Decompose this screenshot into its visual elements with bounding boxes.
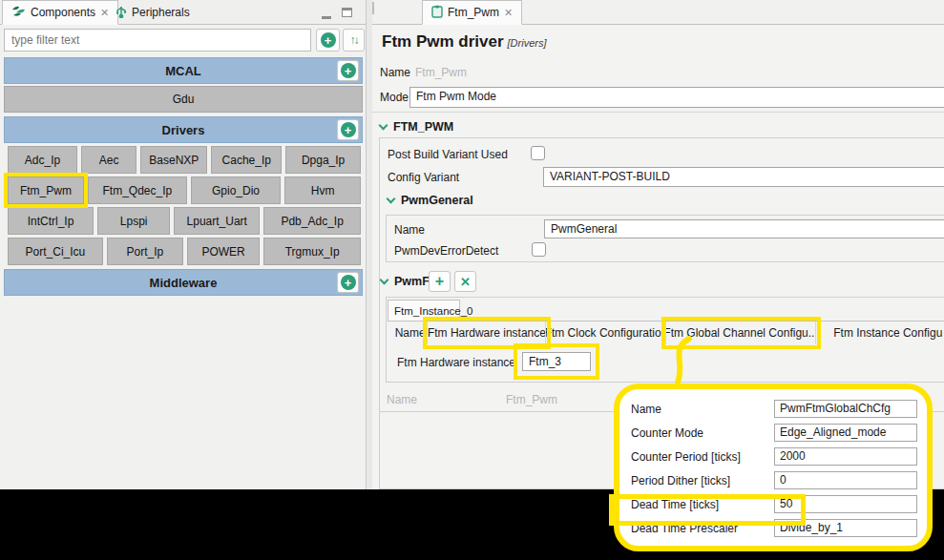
component-button-gdu[interactable]: Gdu [4, 86, 363, 113]
component-button[interactable]: Gpio_Dio [191, 176, 281, 204]
popup-dead-time-prescaler-field[interactable]: Divide_by_1 [774, 519, 917, 537]
tab-ftm-pwm-label: Ftm_Pwm [448, 6, 499, 19]
tab-components[interactable]: Components ✕ [2, 0, 118, 25]
popup-row: Dead Time [ticks] 50 [631, 492, 917, 516]
tab-ftm-instance-0[interactable]: Ftm_Instance_0 [388, 300, 460, 321]
left-tabbar: Components ✕ Peripherals [0, 0, 366, 25]
driver-row-4: Port_Ci_Icu Port_Ip POWER Trgmux_Ip [8, 238, 361, 265]
post-build-label: Post Build Variant Used [388, 148, 508, 161]
popup-counter-mode-label: Counter Mode [631, 426, 774, 440]
component-button[interactable]: Trgmux_Ip [263, 238, 361, 265]
popup-name-label: Name [631, 403, 774, 416]
x-icon: ✕ [460, 275, 471, 289]
section-ftm-pwm[interactable]: FTM_PWM [380, 120, 453, 134]
col-ftm-hardware-instance[interactable]: Ftm Hardware instance [428, 321, 546, 344]
filter-row: + ↑↓ [0, 27, 367, 53]
hw-instance-field[interactable]: Ftm_3 [522, 352, 591, 371]
popup-counter-mode-field[interactable]: Edge_Aligned_mode [774, 424, 917, 442]
dev-error-label: PwmDevErrorDetect [394, 244, 498, 258]
driver-row-3: IntCtrl_Ip Lpspi Lpuart_Uart Pdb_Adc_Ip [8, 207, 361, 235]
grayed-name-value: Ftm_Pwm [506, 393, 557, 406]
col-ftm-global-channel-configuration[interactable]: Ftm Global Channel Configu... [666, 321, 815, 344]
chevron-down-icon [387, 195, 396, 204]
maximize-icon[interactable] [342, 7, 352, 20]
add-mcal-button[interactable]: + [337, 60, 359, 81]
add-driver-button[interactable]: + [337, 119, 359, 140]
popup-counter-period-field[interactable]: 2000 [774, 447, 917, 466]
col-name[interactable]: Name [393, 321, 428, 344]
popup-row: Period Dither [ticks] 0 [631, 468, 917, 492]
component-button[interactable]: Port_Ci_Icu [8, 238, 103, 265]
add-middleware-button[interactable]: + [337, 272, 359, 293]
divider [372, 112, 944, 113]
plus-circle-icon: + [341, 63, 356, 78]
components-panel: Components ✕ Peripherals + ↑↓ MCAL + Gdu [0, 0, 367, 489]
section-mcal-label: MCAL [165, 64, 201, 78]
popup-row: Dead Time Prescaler Divide_by_1 [631, 516, 917, 540]
post-build-checkbox[interactable] [531, 146, 545, 160]
component-button[interactable]: Port_Ip [107, 238, 183, 265]
popup-period-dither-field[interactable]: 0 [774, 471, 917, 489]
popup-name-field[interactable]: PwmFtmGlobalChCfg [774, 400, 917, 418]
chevron-down-icon [380, 276, 389, 285]
add-component-button[interactable]: + [316, 29, 340, 52]
page-title-suffix: [Drivers] [508, 37, 547, 49]
plus-icon: + [435, 273, 444, 290]
popup-row: Counter Period [ticks] 2000 [631, 445, 917, 468]
partial-tab-edge [372, 2, 374, 14]
popup-dead-time-field[interactable]: 50 [774, 495, 917, 513]
component-button[interactable]: Adc_Ip [8, 146, 77, 174]
popup-period-dither-label: Period Dither [ticks] [631, 474, 774, 487]
tab-ftm-pwm[interactable]: Ftm_Pwm ✕ [422, 0, 522, 25]
grayed-name-label: Name [387, 393, 417, 406]
component-button[interactable]: Ftm_Qdec_Ip [88, 176, 187, 204]
component-button[interactable]: BaseNXP [140, 146, 207, 174]
component-button[interactable]: Hvm [284, 176, 361, 204]
popup-counter-period-label: Counter Period [ticks] [631, 450, 774, 464]
component-button[interactable]: Lpspi [97, 207, 170, 235]
config-file-icon [431, 5, 443, 21]
config-variant-label: Config Variant [388, 171, 459, 184]
close-icon[interactable]: ✕ [504, 7, 513, 19]
component-button[interactable]: Dpga_Ip [285, 146, 361, 174]
col-ftm-instance-configuration[interactable]: Ftm Instance Configu [816, 321, 944, 344]
section-header-middleware[interactable]: Middleware + [4, 269, 363, 296]
component-button[interactable]: POWER [187, 238, 260, 265]
remove-instance-button[interactable]: ✕ [454, 271, 476, 292]
peripherals-icon [115, 5, 127, 21]
minimize-icon[interactable] [322, 10, 331, 23]
sort-button[interactable]: ↑↓ [343, 29, 365, 52]
component-button[interactable]: Cache_Ip [211, 146, 282, 174]
popup-row: Name PwmFtmGlobalChCfg [631, 397, 917, 421]
section-header-drivers[interactable]: Drivers + [4, 116, 363, 143]
component-button[interactable]: Pdb_Adc_Ip [263, 207, 361, 235]
tab-components-label: Components [31, 6, 95, 19]
col-ftm-clock-configuration[interactable]: Ftm Clock Configuration [546, 321, 666, 344]
popup-dead-time-prescaler-label: Dead Time Prescaler [631, 522, 774, 535]
tab-peripherals-label: Peripherals [132, 6, 190, 19]
name-label: Name [380, 66, 410, 79]
add-instance-button[interactable]: + [429, 271, 451, 292]
hw-instance-label: Ftm Hardware instance [397, 356, 515, 369]
section-pwm-general[interactable]: PwmGeneral [388, 194, 473, 207]
config-variant-field[interactable]: VARIANT-POST-BUILD [543, 167, 944, 187]
component-button[interactable]: IntCtrl_Ip [8, 207, 94, 235]
dev-error-checkbox[interactable] [532, 242, 546, 257]
instance-table-header: Name Ftm Hardware instance Ftm Clock Con… [388, 321, 944, 343]
component-button[interactable]: Aec [81, 146, 136, 174]
mode-field[interactable]: Ftm Pwm Mode [409, 87, 944, 108]
component-button-ftm-pwm[interactable]: Ftm_Pwm [8, 176, 84, 204]
global-channel-config-popup: Name PwmFtmGlobalChCfg Counter Mode Edge… [614, 384, 933, 551]
pwm-general-name-field[interactable]: PwmGeneral [544, 219, 944, 239]
name-value: Ftm_Pwm [415, 66, 467, 79]
sort-arrows-icon: ↑↓ [350, 33, 358, 47]
section-drivers-label: Drivers [162, 123, 205, 137]
tab-peripherals[interactable]: Peripherals [107, 0, 199, 25]
component-button[interactable]: Lpuart_Uart [174, 207, 260, 235]
editor-tabbar: Ftm_Pwm ✕ [372, 0, 944, 25]
driver-row-2: Ftm_Pwm Ftm_Qdec_Ip Gpio_Dio Hvm [8, 176, 361, 204]
pwm-ftm-group: Ftm_Instance_0 Name Ftm Hardware instanc… [386, 297, 944, 383]
filter-input[interactable] [4, 29, 311, 52]
section-header-mcal[interactable]: MCAL + [4, 57, 363, 84]
components-icon [11, 5, 26, 20]
